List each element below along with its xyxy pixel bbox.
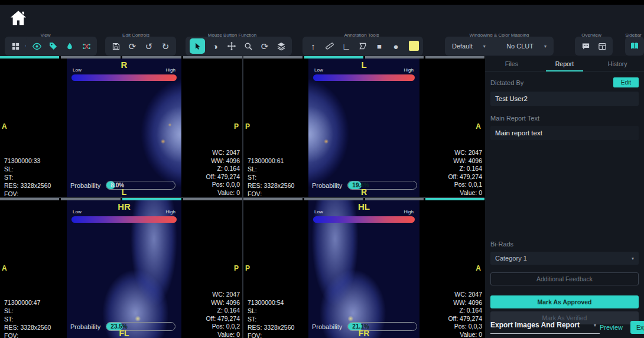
stack-segment[interactable]: [61, 198, 120, 200]
heatmap-button[interactable]: [63, 39, 76, 53]
probability-colorbar: [71, 216, 177, 223]
clut-select[interactable]: No CLUT ▾: [506, 43, 547, 50]
stack-segment[interactable]: [122, 198, 181, 200]
stack-segment[interactable]: [304, 198, 363, 200]
meta-line: Off: 479,274: [206, 315, 240, 323]
arrow-annotation-button[interactable]: ↑: [307, 39, 320, 53]
orientation-marker-right: P: [234, 264, 239, 272]
chevron-down-icon: ▾: [483, 44, 486, 49]
stack-segment[interactable]: [183, 198, 242, 200]
mammogram-image-area[interactable]: L Low High Probability 19.4% R: [308, 58, 419, 197]
stack-segment[interactable]: [243, 198, 303, 200]
ellipse-annotation-button[interactable]: ●: [389, 39, 402, 53]
window-preset-select[interactable]: Default ▾: [452, 43, 486, 50]
export-type-select[interactable]: Export Images And Report ▾: [490, 321, 600, 334]
additional-feedback-button[interactable]: Additional Feedback: [490, 272, 639, 285]
grid-layout-button[interactable]: [9, 39, 22, 53]
save-icon: [112, 42, 121, 51]
birads-select[interactable]: Category 1 ▾: [490, 252, 639, 265]
meta-line: 71300000:47: [4, 298, 51, 307]
zoom-tool-button[interactable]: [242, 39, 255, 53]
colorbar-low-label: Low: [314, 209, 323, 214]
viewport-l-cc[interactable]: L Low High Probability 19.4% R P A 71300…: [242, 56, 484, 197]
meta-line: Value: 0: [448, 331, 482, 338]
report-sidebar: Files Report History Dictated By Edit Te…: [485, 56, 644, 338]
window-info: WC: 2047WW: 4096Z: 0.164Off: 479,274Pos:…: [448, 291, 482, 338]
mammogram-image-area[interactable]: HR Low High Probability 23.5% FL: [67, 200, 181, 338]
stack-segment[interactable]: [365, 198, 424, 200]
layers-icon: [277, 41, 286, 51]
rotate-tool-button[interactable]: ⟳: [258, 39, 271, 53]
viewport-r-mlo[interactable]: HR Low High Probability 23.5% FL A P 713…: [0, 197, 242, 338]
mammogram-image-area[interactable]: HL Low High Probability 21.1% FR: [308, 200, 419, 338]
pan-tool-button[interactable]: [225, 39, 238, 53]
meta-line: Z: 0.164: [448, 307, 482, 315]
orientation-marker-right: A: [476, 122, 481, 131]
tab-history[interactable]: History: [591, 56, 644, 71]
meta-line: RES: 3328x2560: [248, 181, 294, 190]
series-info: 71300000:47SL:ST:RES: 3328x2560FOV:: [4, 298, 51, 338]
export-type-value: Export Images And Report: [490, 321, 580, 329]
scroll-stack-tool-button[interactable]: [275, 39, 288, 53]
stack-segment[interactable]: [61, 56, 120, 58]
undo-icon: ↺: [145, 42, 153, 51]
probability-colorbar: [71, 74, 177, 81]
polygon-annotation-button[interactable]: [356, 39, 369, 53]
stack-segment[interactable]: [365, 56, 424, 58]
tab-files[interactable]: Files: [485, 56, 538, 71]
meta-line: 71300000:33: [4, 157, 51, 165]
sidebar-tabs: Files Report History: [485, 56, 644, 72]
reset-button[interactable]: ⟳: [126, 39, 139, 53]
colorbar-high-label: High: [404, 209, 414, 214]
labels-button[interactable]: [47, 39, 60, 53]
window-level-tool-button[interactable]: ◑: [209, 39, 222, 53]
stack-segment[interactable]: [425, 198, 484, 200]
chat-icon: [581, 42, 590, 51]
home-button[interactable]: [8, 8, 30, 30]
preview-button[interactable]: Preview: [600, 324, 623, 331]
comments-button[interactable]: [579, 39, 592, 53]
pointer-tool-button[interactable]: [190, 38, 205, 54]
mark-as-approved-button[interactable]: Mark As Approved: [490, 295, 639, 308]
view-tools-group: [26, 37, 97, 56]
table-icon: [598, 42, 607, 51]
mouse-function-group: ◑ ⟳: [186, 37, 292, 56]
mammogram-image-area[interactable]: R Low High Probability 8.0% L: [67, 58, 181, 197]
orientation-marker-left: A: [2, 122, 7, 131]
contrast-icon: ◑: [212, 42, 217, 51]
stack-segment[interactable]: [122, 56, 181, 58]
main-report-text[interactable]: Main report text: [490, 126, 639, 140]
grid-layout-icon: [11, 42, 20, 51]
sidebar-toggle-button[interactable]: [629, 39, 640, 53]
edit-button[interactable]: Edit: [613, 77, 639, 87]
stack-segment[interactable]: [243, 56, 303, 58]
viewport-r-cc[interactable]: R Low High Probability 8.0% L A P 713000…: [0, 56, 242, 197]
ruler-annotation-button[interactable]: [323, 39, 336, 53]
stack-segment[interactable]: [0, 56, 59, 58]
save-button[interactable]: [109, 39, 122, 53]
colorbar-high-label: High: [166, 209, 175, 214]
show-overlays-button[interactable]: [30, 39, 43, 53]
undo-button[interactable]: ↺: [142, 39, 155, 53]
redo-button[interactable]: ↻: [159, 39, 172, 53]
orientation-marker-top: HR: [118, 202, 131, 212]
rectangle-annotation-button[interactable]: ■: [373, 39, 386, 53]
series-info: 71300000:33SL:ST:RES: 3328x2560FOV:: [4, 157, 51, 197]
stack-segment[interactable]: [304, 56, 363, 58]
home-icon: [8, 8, 28, 28]
angle-annotation-button[interactable]: ∟: [340, 39, 353, 53]
meta-line: WC: 2047: [448, 149, 482, 157]
export-button[interactable]: Export: [630, 321, 644, 334]
connections-button[interactable]: [80, 39, 93, 53]
study-table-button[interactable]: [596, 39, 609, 53]
tab-report[interactable]: Report: [538, 56, 591, 71]
stack-segment[interactable]: [425, 56, 484, 58]
viewport-l-mlo[interactable]: HL Low High Probability 21.1% FR P A 713…: [242, 197, 484, 338]
stack-segment[interactable]: [183, 56, 242, 58]
meta-line: Z: 0.164: [206, 165, 240, 173]
probability-label: Probability: [312, 323, 342, 330]
annotation-color-swatch[interactable]: [409, 41, 419, 51]
orientation-marker-top: L: [361, 60, 366, 70]
stack-indicator: [243, 198, 484, 200]
stack-segment[interactable]: [0, 198, 59, 200]
